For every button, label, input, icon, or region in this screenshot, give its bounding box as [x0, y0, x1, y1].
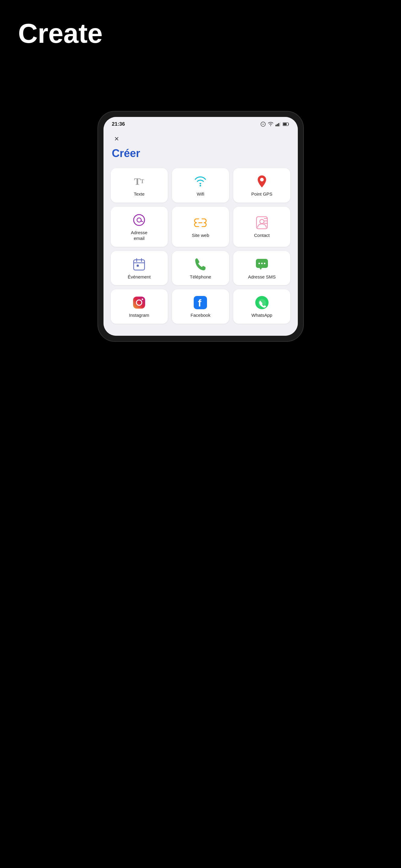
whatsapp-icon: [255, 296, 268, 309]
status-icons: [260, 121, 289, 127]
grid-item-sms[interactable]: Adresse SMS: [233, 251, 290, 285]
grid-item-email[interactable]: Adresseemail: [111, 207, 168, 247]
svg-rect-3: [276, 125, 277, 126]
grid-item-facebook[interactable]: f Facebook: [172, 289, 229, 324]
wifi-status-icon: [268, 122, 274, 127]
svg-point-14: [260, 219, 264, 224]
signal-icon: [276, 122, 281, 127]
svg-rect-4: [277, 124, 278, 126]
facebook-icon: f: [194, 296, 207, 309]
grid-item-telephone-label: Téléphone: [190, 274, 211, 280]
sms-icon: [255, 258, 268, 271]
dnd-icon: [260, 121, 266, 127]
grid-item-instagram[interactable]: Instagram: [111, 289, 168, 324]
svg-rect-6: [279, 122, 281, 126]
texte-icon: TT: [133, 175, 146, 188]
link-icon: [194, 216, 207, 229]
svg-rect-5: [278, 123, 279, 126]
phone-outer-frame: 21:36: [98, 112, 303, 341]
grid-item-website[interactable]: Site web: [172, 207, 229, 247]
grid-item-texte-label: Texte: [134, 191, 145, 197]
phone-icon: [194, 258, 207, 271]
svg-point-11: [134, 215, 145, 225]
svg-point-9: [200, 185, 201, 187]
gps-icon: [255, 175, 268, 188]
grid-item-contact-label: Contact: [254, 232, 270, 239]
grid-item-event[interactable]: Événement: [111, 251, 168, 285]
svg-point-10: [260, 178, 264, 181]
grid-item-gps[interactable]: Point GPS: [233, 168, 290, 203]
grid-item-whatsapp-label: WhatsApp: [251, 312, 272, 318]
close-button[interactable]: ×: [111, 133, 123, 145]
creer-heading: Créer: [111, 147, 291, 160]
phone-screen: 21:36: [104, 117, 298, 336]
svg-rect-8: [283, 123, 287, 125]
grid-item-wifi-label: Wifi: [197, 191, 204, 197]
wifi-icon: [194, 175, 207, 188]
close-icon: ×: [114, 134, 119, 144]
svg-rect-18: [134, 260, 145, 270]
svg-point-29: [142, 299, 143, 300]
grid-item-whatsapp[interactable]: WhatsApp: [233, 289, 290, 324]
svg-point-12: [137, 218, 141, 222]
grid-item-event-label: Événement: [127, 274, 150, 280]
grid-item-contact[interactable]: Contact: [233, 207, 290, 247]
create-grid: TT Texte Wifi: [111, 168, 291, 324]
grid-item-texte[interactable]: TT Texte: [111, 168, 168, 203]
svg-text:f: f: [198, 297, 202, 309]
svg-point-25: [261, 262, 262, 264]
screen-content: × Créer TT Texte: [104, 130, 298, 336]
grid-item-email-label: Adresseemail: [131, 230, 147, 241]
svg-rect-27: [133, 297, 145, 309]
grid-item-wifi[interactable]: Wifi: [172, 168, 229, 203]
grid-item-instagram-label: Instagram: [129, 312, 149, 318]
battery-icon: [283, 122, 289, 126]
grid-item-gps-label: Point GPS: [251, 191, 273, 197]
svg-point-24: [258, 262, 260, 264]
grid-item-telephone[interactable]: Téléphone: [172, 251, 229, 285]
status-time: 21:36: [112, 121, 125, 127]
calendar-icon: [133, 258, 146, 271]
grid-item-website-label: Site web: [192, 232, 209, 239]
svg-point-2: [270, 126, 271, 126]
status-bar: 21:36: [104, 117, 298, 130]
contact-icon: [255, 216, 268, 229]
phone-mockup: 21:36: [98, 112, 303, 341]
grid-item-sms-label: Adresse SMS: [248, 274, 276, 280]
email-icon: [133, 213, 146, 227]
instagram-icon: [133, 296, 146, 309]
svg-point-26: [264, 262, 265, 264]
svg-rect-22: [137, 265, 139, 267]
grid-item-facebook-label: Facebook: [191, 312, 210, 318]
page-title: Create: [18, 18, 103, 49]
